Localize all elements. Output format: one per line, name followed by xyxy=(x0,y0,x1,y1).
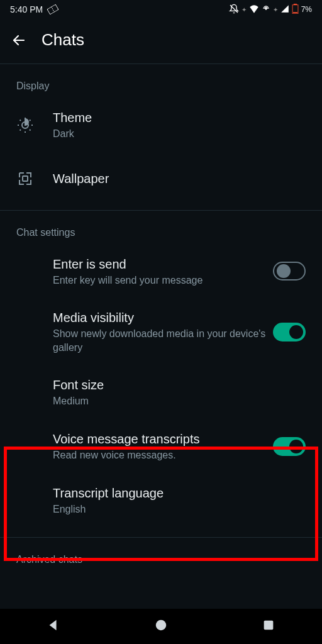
svg-rect-19 xyxy=(264,621,273,630)
font-size-subtitle: Medium xyxy=(53,394,306,408)
svg-rect-0 xyxy=(47,4,59,15)
wifi-icon xyxy=(249,4,259,15)
enter-send-toggle[interactable] xyxy=(273,262,306,280)
svg-line-13 xyxy=(30,119,31,121)
media-vis-subtitle: Show newly downloaded media in your devi… xyxy=(53,327,268,354)
svg-rect-6 xyxy=(293,12,297,13)
setting-theme[interactable]: Theme Dark xyxy=(0,98,322,152)
svg-line-15 xyxy=(30,130,31,131)
setting-transcript-language[interactable]: Transcript language English xyxy=(0,474,322,528)
voice-transcripts-title: Voice message transcripts xyxy=(53,431,268,447)
media-vis-title: Media visibility xyxy=(53,309,268,326)
battery-icon xyxy=(292,4,299,16)
setting-enter-is-send[interactable]: Enter is send Enter key will send your m… xyxy=(0,245,322,299)
section-display-title: Display xyxy=(0,64,322,98)
nav-recent-icon[interactable] xyxy=(262,618,275,635)
setting-theme-subtitle: Dark xyxy=(53,127,306,141)
hotspot-icon xyxy=(262,4,270,15)
setting-theme-title: Theme xyxy=(53,109,306,126)
system-nav-bar xyxy=(0,609,322,644)
status-time: 5:40 PM xyxy=(10,4,43,14)
setting-voice-transcripts[interactable]: Voice message transcripts Read new voice… xyxy=(0,419,322,474)
svg-point-18 xyxy=(156,620,167,631)
setting-wallpaper[interactable]: Wallpaper xyxy=(0,158,322,199)
bt-icon: ✦ xyxy=(242,6,247,13)
back-icon[interactable] xyxy=(11,33,26,48)
app-header: Chats xyxy=(0,19,322,64)
section-archived-title: Archived chats xyxy=(0,538,322,572)
bt2-icon: ✦ xyxy=(273,6,278,13)
mute-icon xyxy=(229,4,239,16)
font-size-title: Font size xyxy=(53,377,306,393)
nav-back-icon[interactable] xyxy=(47,618,60,635)
wallpaper-icon xyxy=(16,170,34,187)
voice-transcripts-subtitle: Read new voice messages. xyxy=(53,448,268,462)
svg-line-14 xyxy=(20,130,21,131)
signal-icon xyxy=(280,4,289,15)
theme-icon xyxy=(16,116,34,134)
setting-media-visibility[interactable]: Media visibility Show newly downloaded m… xyxy=(0,298,322,365)
transcript-lang-subtitle: English xyxy=(53,502,306,516)
voice-transcripts-toggle[interactable] xyxy=(273,437,306,456)
setting-wallpaper-title: Wallpaper xyxy=(53,170,306,187)
status-bar: 5:40 PM ✦ ✦ 7% xyxy=(0,0,322,19)
page-title: Chats xyxy=(42,30,84,50)
section-chat-title: Chat settings xyxy=(0,211,322,245)
nav-home-icon[interactable] xyxy=(154,618,168,635)
svg-line-16 xyxy=(20,119,21,121)
svg-rect-17 xyxy=(23,176,28,181)
enter-send-title: Enter is send xyxy=(53,256,268,272)
setting-font-size[interactable]: Font size Medium xyxy=(0,365,322,419)
ticket-icon xyxy=(46,3,60,16)
enter-send-subtitle: Enter key will send your message xyxy=(53,274,268,287)
battery-pct: 7% xyxy=(301,5,312,14)
media-vis-toggle[interactable] xyxy=(273,323,306,341)
transcript-lang-title: Transcript language xyxy=(53,485,306,501)
svg-point-3 xyxy=(265,8,266,9)
svg-line-1 xyxy=(52,7,55,13)
